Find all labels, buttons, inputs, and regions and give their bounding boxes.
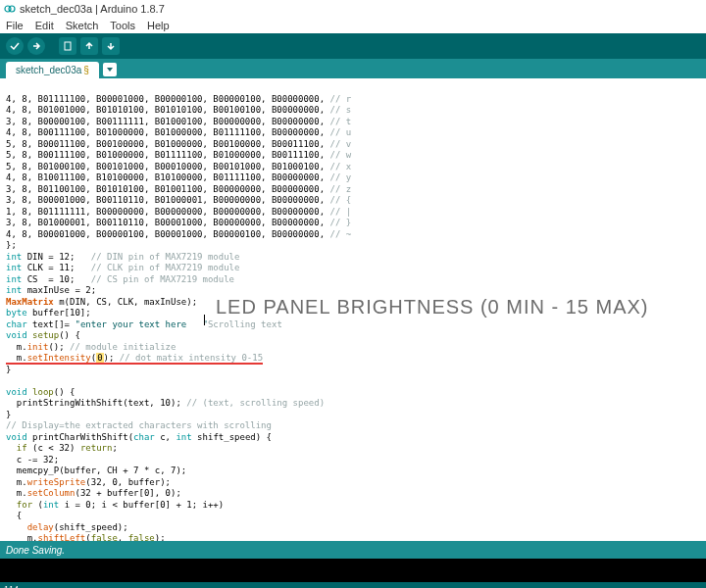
toolbar [0,33,706,59]
svg-point-1 [9,6,15,12]
svg-rect-2 [65,42,71,50]
tab-menu-button[interactable] [103,63,117,76]
arduino-app-icon [4,3,16,15]
menu-tools[interactable]: Tools [110,20,135,31]
menu-sketch[interactable]: Sketch [66,20,99,31]
tab-sketch[interactable]: sketch_dec03a [6,62,99,78]
open-sketch-button[interactable] [80,37,98,55]
window-titlebar: sketch_dec03a | Arduino 1.8.7 [0,0,706,18]
line-indicator: 114 [4,584,19,588]
verify-button[interactable] [6,37,24,55]
window-title: sketch_dec03a | Arduino 1.8.7 [20,3,165,15]
menu-file[interactable]: File [6,20,24,31]
new-sketch-button[interactable] [59,37,76,55]
tab-bar: sketch_dec03a [0,59,706,78]
footer-bar: 114 [0,582,706,588]
save-sketch-button[interactable] [102,37,120,55]
upload-button[interactable] [27,37,45,55]
menu-edit[interactable]: Edit [35,20,54,31]
console-panel [0,559,706,582]
menubar: File Edit Sketch Tools Help [0,18,706,33]
status-bar: Done Saving. [0,541,706,559]
text-cursor [204,315,205,325]
menu-help[interactable]: Help [147,20,170,31]
code-editor[interactable]: 4, 8, B01111100, B00001000, B00000100, B… [0,78,706,541]
overlay-annotation: LED PANEL BRIGHTNESS (0 MIN - 15 MAX) [216,302,649,314]
status-message: Done Saving. [6,545,65,556]
